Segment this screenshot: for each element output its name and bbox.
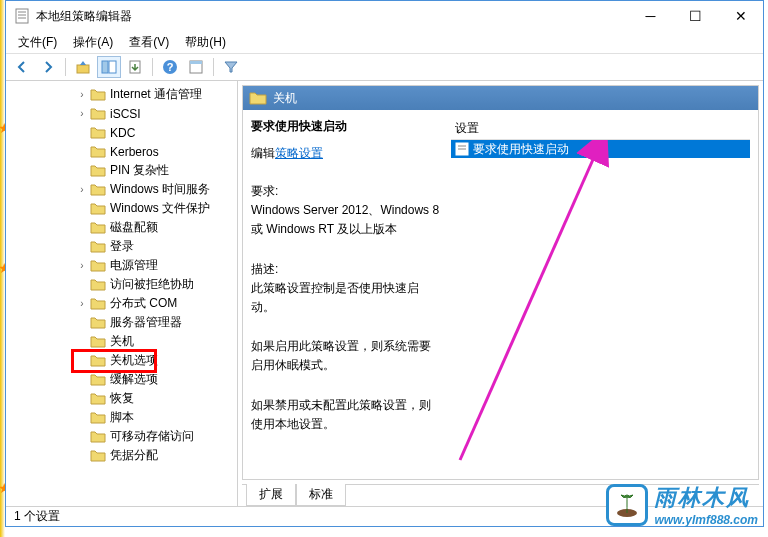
folder-icon bbox=[90, 449, 106, 463]
description-para2: 如果禁用或未配置此策略设置，则使用本地设置。 bbox=[251, 396, 441, 434]
tree-item-12[interactable]: 服务器管理器 bbox=[6, 313, 237, 332]
expand-icon[interactable]: › bbox=[76, 184, 88, 195]
folder-icon bbox=[90, 202, 106, 216]
policy-title: 要求使用快速启动 bbox=[251, 118, 441, 135]
folder-icon bbox=[90, 316, 106, 330]
description-label: 描述: bbox=[251, 260, 441, 279]
detail-header-text: 关机 bbox=[273, 90, 297, 107]
folder-icon bbox=[90, 335, 106, 349]
maximize-button[interactable]: ☐ bbox=[673, 2, 718, 30]
tree-item-label: 服务器管理器 bbox=[110, 314, 182, 331]
tree-item-5[interactable]: ›Windows 时间服务 bbox=[6, 180, 237, 199]
tree-item-4[interactable]: PIN 复杂性 bbox=[6, 161, 237, 180]
tree-item-17[interactable]: 脚本 bbox=[6, 408, 237, 427]
show-hide-tree-button[interactable] bbox=[97, 56, 121, 78]
tree-item-14[interactable]: 关机选项 bbox=[6, 351, 237, 370]
tree-item-label: Kerberos bbox=[110, 145, 159, 159]
folder-icon bbox=[90, 392, 106, 406]
tree-item-16[interactable]: 恢复 bbox=[6, 389, 237, 408]
folder-icon bbox=[90, 297, 106, 311]
folder-icon bbox=[90, 107, 106, 121]
tree-panel[interactable]: ›Internet 通信管理›iSCSIKDCKerberosPIN 复杂性›W… bbox=[6, 81, 238, 506]
export-button[interactable] bbox=[123, 56, 147, 78]
properties-button[interactable] bbox=[184, 56, 208, 78]
tree-item-label: PIN 复杂性 bbox=[110, 162, 169, 179]
tree-item-15[interactable]: 缓解选项 bbox=[6, 370, 237, 389]
tree-item-label: 脚本 bbox=[110, 409, 134, 426]
tree-item-3[interactable]: Kerberos bbox=[6, 142, 237, 161]
status-text: 1 个设置 bbox=[14, 508, 60, 525]
menu-file[interactable]: 文件(F) bbox=[10, 32, 65, 53]
watermark: 雨林木风 www.ylmf888.com bbox=[606, 483, 758, 527]
forward-button[interactable] bbox=[36, 56, 60, 78]
tree-item-label: Windows 文件保护 bbox=[110, 200, 210, 217]
folder-icon bbox=[90, 145, 106, 159]
titlebar: 本地组策略编辑器 ─ ☐ ✕ bbox=[6, 1, 763, 31]
folder-icon bbox=[90, 259, 106, 273]
close-button[interactable]: ✕ bbox=[718, 2, 763, 30]
menu-view[interactable]: 查看(V) bbox=[121, 32, 177, 53]
tree-item-8[interactable]: 登录 bbox=[6, 237, 237, 256]
folder-icon bbox=[90, 354, 106, 368]
menu-help[interactable]: 帮助(H) bbox=[177, 32, 234, 53]
expand-icon[interactable]: › bbox=[76, 108, 88, 119]
requirements-text: Windows Server 2012、Windows 8 或 Windows … bbox=[251, 201, 441, 239]
folder-icon bbox=[90, 430, 106, 444]
help-button[interactable]: ? bbox=[158, 56, 182, 78]
tree-item-label: 分布式 COM bbox=[110, 295, 177, 312]
svg-rect-5 bbox=[102, 61, 108, 73]
watermark-logo bbox=[606, 484, 648, 526]
folder-icon bbox=[90, 164, 106, 178]
description-para1: 如果启用此策略设置，则系统需要启用休眠模式。 bbox=[251, 337, 441, 375]
tree-item-label: 关机选项 bbox=[110, 352, 158, 369]
minimize-button[interactable]: ─ bbox=[628, 2, 673, 30]
filter-button[interactable] bbox=[219, 56, 243, 78]
svg-rect-4 bbox=[77, 65, 89, 73]
tree-item-10[interactable]: 访问被拒绝协助 bbox=[6, 275, 237, 294]
edit-prefix: 编辑 bbox=[251, 146, 275, 160]
detail-description-pane: 要求使用快速启动 编辑策略设置 要求: Windows Server 2012、… bbox=[251, 118, 451, 471]
detail-header: 关机 bbox=[243, 86, 758, 110]
svg-text:?: ? bbox=[167, 61, 174, 73]
expand-icon[interactable]: › bbox=[76, 298, 88, 309]
description-text: 此策略设置控制是否使用快速启动。 bbox=[251, 279, 441, 317]
svg-rect-0 bbox=[16, 9, 28, 23]
tree-item-label: Internet 通信管理 bbox=[110, 86, 202, 103]
tree-item-19[interactable]: 凭据分配 bbox=[6, 446, 237, 465]
folder-icon bbox=[90, 411, 106, 425]
folder-icon bbox=[249, 90, 267, 106]
tree-item-label: KDC bbox=[110, 126, 135, 140]
tree-item-9[interactable]: ›电源管理 bbox=[6, 256, 237, 275]
tab-extended[interactable]: 扩展 bbox=[246, 484, 296, 506]
back-button[interactable] bbox=[10, 56, 34, 78]
tree-item-label: 访问被拒绝协助 bbox=[110, 276, 194, 293]
expand-icon[interactable]: › bbox=[76, 260, 88, 271]
watermark-title: 雨林木风 bbox=[654, 483, 758, 513]
column-header-setting[interactable]: 设置 bbox=[451, 118, 750, 140]
menu-action[interactable]: 操作(A) bbox=[65, 32, 121, 53]
tree-item-label: iSCSI bbox=[110, 107, 141, 121]
tree-item-18[interactable]: 可移动存储访问 bbox=[6, 427, 237, 446]
tree-item-6[interactable]: Windows 文件保护 bbox=[6, 199, 237, 218]
folder-icon bbox=[90, 240, 106, 254]
tree-item-label: 凭据分配 bbox=[110, 447, 158, 464]
tree-item-label: 恢复 bbox=[110, 390, 134, 407]
tree-item-label: Windows 时间服务 bbox=[110, 181, 210, 198]
window-title: 本地组策略编辑器 bbox=[36, 8, 628, 25]
up-button[interactable] bbox=[71, 56, 95, 78]
tree-item-label: 可移动存储访问 bbox=[110, 428, 194, 445]
expand-icon[interactable]: › bbox=[76, 89, 88, 100]
policy-settings-link[interactable]: 策略设置 bbox=[275, 146, 323, 160]
tree-item-7[interactable]: 磁盘配额 bbox=[6, 218, 237, 237]
tree-item-11[interactable]: ›分布式 COM bbox=[6, 294, 237, 313]
tab-standard[interactable]: 标准 bbox=[296, 484, 346, 506]
setting-item-fast-startup[interactable]: 要求使用快速启动 bbox=[451, 140, 750, 158]
tree-item-2[interactable]: KDC bbox=[6, 123, 237, 142]
tree-item-0[interactable]: ›Internet 通信管理 bbox=[6, 85, 237, 104]
tree-item-13[interactable]: 关机 bbox=[6, 332, 237, 351]
tree-item-1[interactable]: ›iSCSI bbox=[6, 104, 237, 123]
svg-rect-6 bbox=[109, 61, 116, 73]
tree-item-label: 登录 bbox=[110, 238, 134, 255]
tree-item-label: 磁盘配额 bbox=[110, 219, 158, 236]
folder-icon bbox=[90, 373, 106, 387]
